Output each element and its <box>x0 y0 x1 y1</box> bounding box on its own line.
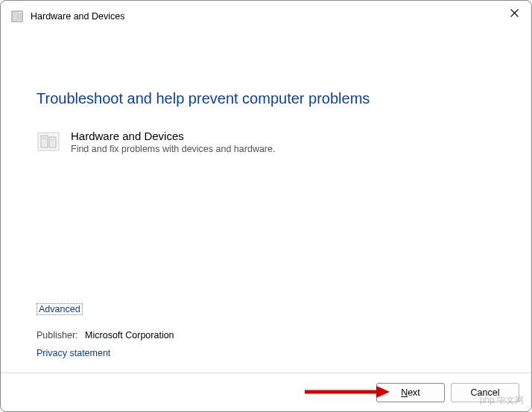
svg-rect-2 <box>19 13 21 19</box>
lower-links: Advanced Publisher: Microsoft Corporatio… <box>37 302 498 359</box>
close-button[interactable] <box>497 1 531 25</box>
publisher-name: Microsoft Corporation <box>85 330 174 340</box>
troubleshooter-icon <box>37 130 60 153</box>
close-icon <box>510 9 519 17</box>
troubleshooter-description: Find and fix problems with devices and h… <box>71 144 275 154</box>
troubleshooter-item: Hardware and Devices Find and fix proble… <box>37 130 498 154</box>
publisher-label: Publisher: <box>37 330 78 340</box>
svg-rect-1 <box>13 13 18 20</box>
app-icon <box>11 10 23 22</box>
content-area: Troubleshoot and help prevent computer p… <box>1 32 531 154</box>
advanced-link[interactable]: Advanced <box>37 303 83 315</box>
troubleshooter-title: Hardware and Devices <box>71 130 275 142</box>
svg-rect-8 <box>42 137 46 139</box>
window-title: Hardware and Devices <box>31 11 124 22</box>
next-label-rest: ext <box>408 387 420 398</box>
svg-rect-9 <box>51 139 54 141</box>
page-heading: Troubleshoot and help prevent computer p… <box>37 90 498 107</box>
privacy-statement-link[interactable]: Privacy statement <box>37 348 110 358</box>
footer: Next Cancel <box>1 373 531 411</box>
next-button[interactable]: Next <box>376 383 445 402</box>
titlebar: Hardware and Devices <box>1 1 531 32</box>
cancel-button[interactable]: Cancel <box>451 383 519 402</box>
troubleshooter-text: Hardware and Devices Find and fix proble… <box>71 130 275 154</box>
publisher-row: Publisher: Microsoft Corporation <box>37 330 498 340</box>
